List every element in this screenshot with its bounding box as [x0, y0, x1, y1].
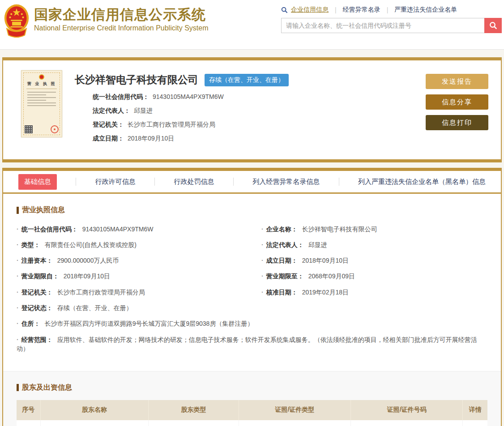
section-title-bar [17, 207, 19, 214]
field-label: 法定代表人： [266, 241, 304, 248]
field-registration-status: 登记状态：存续（在营、开业、在册） [17, 300, 261, 315]
field-label: 登记状态： [21, 304, 53, 311]
field-label: 成立日期： [266, 257, 298, 264]
column-header-cert-number: 证照/证件号码 [351, 400, 463, 420]
summary-field-credit-code: 统一社会信用代码：91430105MA4PX9TM6W [93, 93, 426, 101]
table-header-row: 序号 股东名称 股东类型 证照/证件类型 证照/证件号码 详情 [17, 400, 487, 420]
tab-administrative-penalty[interactable]: 行政处罚信息 [174, 178, 214, 186]
search-input[interactable] [281, 18, 484, 33]
field-label: 统一社会信用代码： [93, 93, 149, 100]
field-value: 2018年09月10日 [128, 135, 174, 142]
section-title-business-license: 营业执照信息 [17, 205, 487, 215]
summary-field-registration-authority: 登记机关：长沙市工商行政管理局开福分局 [93, 121, 426, 129]
nav-separator: | [335, 6, 337, 13]
field-value: 有限责任公司(自然人投资或控股) [45, 241, 137, 248]
section-title-text: 营业执照信息 [22, 205, 65, 215]
field-value: 应用软件、基础软件的开发；网络技术的研发；信息电子技术服务；软件开发系统集成服务… [17, 336, 477, 352]
business-license-info-section: 营业执照信息 统一社会信用代码：91430105MA4PX9TM6W 企业名称：… [3, 194, 501, 365]
summary-field-legal-rep: 法定代表人：邱显进 [93, 107, 426, 115]
field-establishment-date: 成立日期：2018年09月10日 [261, 253, 487, 268]
print-info-button[interactable]: 信息打印 [426, 115, 488, 130]
field-label: 统一社会信用代码： [21, 226, 78, 233]
field-label: 注册资本： [21, 257, 53, 264]
field-company-name: 企业名称：长沙祥智电子科技有限公司 [261, 221, 487, 237]
field-registration-authority: 登记机关：长沙市工商行政管理局开福分局 [17, 284, 261, 300]
section-title-shareholders: 股东及出资信息 [17, 383, 487, 392]
field-label: 企业名称： [266, 226, 298, 233]
field-value: 长沙市工商行政管理局开福分局 [57, 289, 145, 296]
top-nav: 企业信用信息 | 经营异常名录 | 严重违法失信企业名单 [281, 6, 502, 14]
field-value: 存续（在营、开业、在册） [57, 304, 132, 311]
field-value: 长沙市工商行政管理局开福分局 [128, 121, 215, 128]
tab-separator [339, 178, 339, 186]
nav-link-enterprise-credit[interactable]: 企业信用信息 [291, 6, 329, 14]
tab-abnormal-operations-list[interactable]: 列入经营异常名录信息 [252, 178, 320, 186]
column-header-cert-type: 证照/证件类型 [239, 400, 350, 420]
summary-actions: 发送报告 信息分享 信息打印 [426, 70, 488, 149]
field-credit-code: 统一社会信用代码：91430105MA4PX9TM6W [17, 221, 261, 237]
field-label: 法定代表人： [93, 107, 130, 114]
site-title-en: National Enterprise Credit Information P… [34, 24, 209, 32]
field-value: 长沙祥智电子科技有限公司 [302, 226, 377, 233]
status-badge: 存续（在营、开业、在册） [205, 74, 289, 86]
field-label: 类型： [21, 241, 40, 248]
field-term-to: 营业期限至：2068年09月09日 [261, 268, 487, 284]
column-header-shareholder-type: 股东类型 [149, 400, 239, 420]
company-summary-info: 长沙祥智电子科技有限公司 存续（在营、开业、在册） 统一社会信用代码：91430… [62, 70, 426, 149]
cell-shareholder-type: 自然人股东 [149, 420, 239, 426]
field-value: 2018年09月10日 [302, 257, 349, 264]
field-term-from: 营业期限自：2018年09月10日 [17, 268, 261, 284]
send-report-button[interactable]: 发送报告 [426, 74, 488, 89]
summary-field-establishment-date: 成立日期：2018年09月10日 [93, 135, 426, 143]
field-label: 登记机关： [93, 121, 124, 128]
tab-separator [154, 178, 155, 186]
national-emblem-logo [4, 4, 30, 38]
search-button[interactable] [484, 18, 502, 33]
field-value: 邱显进 [308, 241, 327, 248]
nav-link-abnormal-operations[interactable]: 经营异常名录 [343, 6, 380, 14]
field-label: 营业期限至： [266, 273, 304, 280]
field-label: 住所： [21, 320, 40, 327]
tab-serious-violations-blacklist[interactable]: 列入严重违法失信企业名单（黑名单）信息 [358, 178, 486, 186]
license-qr-code [25, 125, 33, 133]
column-header-shareholder-name: 股东名称 [40, 400, 149, 420]
field-value: 2018年09月10日 [64, 273, 110, 280]
field-address: 住所：长沙市开福区四方坪街道双拥路9号长城万富汇大厦9层9038房（集群注册） [17, 316, 487, 332]
field-value: 邱显进 [134, 107, 153, 114]
tab-basic-info[interactable]: 基础信息 [18, 174, 57, 190]
field-company-type: 类型：有限责任公司(自然人投资或控股) [17, 237, 261, 252]
section-title-bar [17, 384, 19, 391]
cell-seq: 1 [17, 420, 40, 426]
field-label: 成立日期： [93, 135, 124, 142]
tab-administrative-licensing[interactable]: 行政许可信息 [95, 178, 136, 186]
cell-cert-type: 非公示项 [239, 420, 350, 426]
tab-separator [76, 178, 76, 186]
field-value: 长沙市开福区四方坪街道双拥路9号长城万富汇大厦9层9038房（集群注册） [45, 320, 254, 327]
field-value: 91430105MA4PX9TM6W [153, 93, 224, 100]
company-detail-card: 基础信息 行政许可信息 行政处罚信息 列入经营异常名录信息 列入严重违法失信企业… [2, 168, 502, 426]
cell-shareholder-name: 黄艳春 [40, 420, 149, 426]
field-business-scope: 经营范围：应用软件、基础软件的开发；网络技术的研发；信息电子技术服务；软件开发系… [17, 332, 487, 357]
search-icon [281, 7, 288, 13]
share-info-button[interactable]: 信息分享 [426, 94, 488, 110]
shareholders-table: 序号 股东名称 股东类型 证照/证件类型 证照/证件号码 详情 1 黄艳春 自然… [17, 400, 487, 426]
tab-bar: 基础信息 行政许可信息 行政处罚信息 列入经营异常名录信息 列入严重违法失信企业… [3, 171, 501, 194]
nav-link-serious-violations[interactable]: 严重违法失信企业名单 [394, 6, 457, 14]
column-header-detail: 详情 [463, 400, 487, 420]
field-value: 2900.000000万人民币 [57, 257, 119, 264]
tab-separator [233, 178, 234, 186]
field-value: 91430105MA4PX9TM6W [82, 226, 154, 233]
site-header: 国家企业信用信息公示系统 National Enterprise Credit … [0, 0, 504, 50]
shareholders-section: 股东及出资信息 序号 股东名称 股东类型 证照/证件类型 证照/证件号码 详情 … [3, 371, 501, 426]
company-name: 长沙祥智电子科技有限公司 [75, 73, 198, 87]
brand-text: 国家企业信用信息公示系统 National Enterprise Credit … [34, 4, 209, 32]
field-value: 2068年09月09日 [308, 273, 355, 280]
field-label: 登记机关： [21, 289, 53, 296]
field-label: 营业期限自： [21, 273, 59, 280]
column-header-seq: 序号 [17, 400, 40, 420]
section-title-text: 股东及出资信息 [22, 383, 72, 392]
license-red-seal [51, 125, 59, 133]
business-license-thumbnail[interactable]: 营 业 执 照 [21, 70, 62, 137]
field-label: 经营范围： [21, 336, 53, 343]
license-field-grid: 统一社会信用代码：91430105MA4PX9TM6W 企业名称：长沙祥智电子科… [17, 221, 487, 357]
